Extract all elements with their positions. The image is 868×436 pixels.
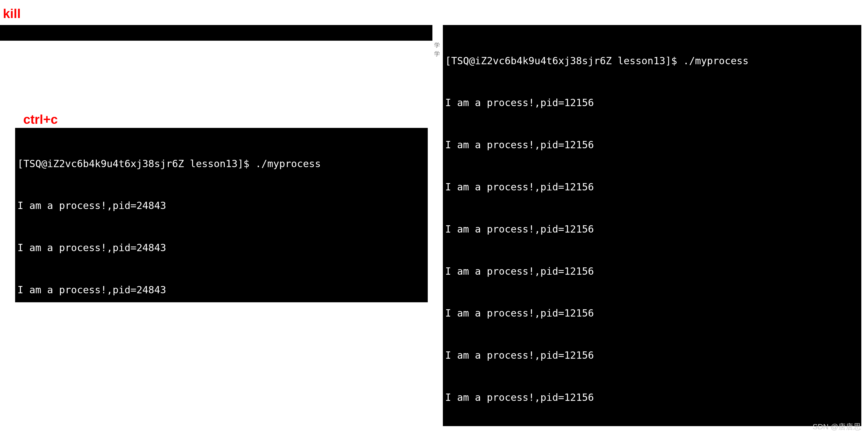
side-decorations: 学 学 — [434, 41, 440, 58]
terminal-output-line: I am a process!,pid=24843 — [18, 198, 426, 213]
terminal-ctrlc[interactable]: [TSQ@iZ2vc6b4k9u4t6xj38sjr6Z lesson13]$ … — [15, 128, 428, 302]
terminal-output-line: I am a process!,pid=12156 — [445, 96, 859, 110]
terminal-output-line: I am a process!,pid=12156 — [445, 391, 859, 404]
watermark: SDN @唐唐思 — [812, 422, 861, 432]
terminal-output-line: I am a process!,pid=12156 — [445, 264, 859, 278]
terminal-output-line: I am a process!,pid=24843 — [18, 283, 426, 297]
annotation-ctrlc: ctrl+c — [23, 112, 58, 127]
terminal-ctrlc-prompt: [TSQ@iZ2vc6b4k9u4t6xj38sjr6Z lesson13]$ … — [18, 157, 426, 170]
terminal-kill[interactable]: [TSQ@iZ2vc6b4k9u4t6xj38sjr6Z lesson13]$ … — [0, 25, 432, 41]
terminal-right[interactable]: [TSQ@iZ2vc6b4k9u4t6xj38sjr6Z lesson13]$ … — [443, 25, 861, 426]
terminal-output-line: I am a process!,pid=12156 — [445, 306, 859, 320]
terminal-right-prompt: [TSQ@iZ2vc6b4k9u4t6xj38sjr6Z lesson13]$ … — [445, 54, 859, 68]
side-char-1: 学 — [434, 41, 440, 50]
terminal-output-line: I am a process!,pid=12156 — [445, 138, 859, 152]
terminal-output-line: I am a process!,pid=12156 — [445, 348, 859, 362]
side-char-2: 学 — [434, 50, 440, 58]
terminal-output-line: I am a process!,pid=12156 — [445, 222, 859, 236]
terminal-output-line: I am a process!,pid=12156 — [445, 180, 859, 194]
annotation-kill: kill — [3, 6, 21, 21]
terminal-output-line: I am a process!,pid=24843 — [18, 241, 426, 255]
